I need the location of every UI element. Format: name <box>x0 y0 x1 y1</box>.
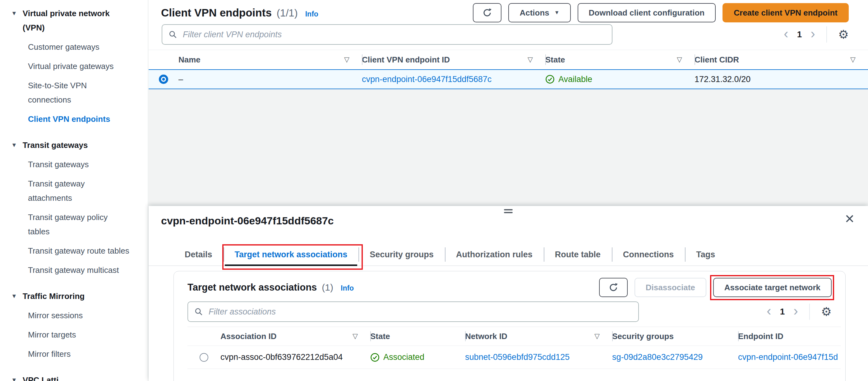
state-cell: Available <box>545 74 694 84</box>
associations-pagination: ‹ 1 › ⚙ <box>767 304 832 320</box>
sidebar-header-transit-gateways[interactable]: ▼ Transit gateways <box>11 138 129 152</box>
tab-authorization-rules[interactable]: Authorization rules <box>445 244 544 265</box>
column-header-endpoint-id[interactable]: Client VPN endpoint ID ▽ <box>362 50 545 69</box>
tab-connections[interactable]: Connections <box>612 244 685 265</box>
previous-page-icon[interactable]: ‹ <box>767 304 771 319</box>
list-title-wrap: Client VPN endpoints (1/1) Info <box>161 6 318 19</box>
tab-route-table[interactable]: Route table <box>544 244 612 265</box>
sidebar-header-traffic-mirroring[interactable]: ▼ Traffic Mirroring <box>11 289 129 303</box>
state-label: Available <box>558 74 592 84</box>
previous-page-icon[interactable]: ‹ <box>784 27 788 42</box>
create-label: Create client VPN endpoint <box>734 8 838 18</box>
sort-icon[interactable]: ▽ <box>344 56 349 64</box>
column-header-state[interactable]: State ▽ <box>545 50 694 69</box>
column-label: Association ID <box>220 331 277 341</box>
gear-icon[interactable]: ⚙ <box>838 29 849 40</box>
column-header-state[interactable]: State <box>370 327 465 346</box>
sort-icon[interactable]: ▽ <box>352 332 358 340</box>
list-actions: Actions ▼ Download client configuration … <box>473 3 849 22</box>
info-link[interactable]: Info <box>341 284 354 292</box>
tab-tags[interactable]: Tags <box>685 244 726 265</box>
network-id-link[interactable]: subnet-0596ebfd975cdd125 <box>465 352 569 362</box>
tab-target-network-associations[interactable]: Target network associations <box>223 244 359 265</box>
chevron-down-icon: ▼ <box>11 373 17 381</box>
endpoint-table-row[interactable]: – cvpn-endpoint-06e947f15ddf5687c Availa… <box>149 69 868 89</box>
column-header-client-cidr[interactable]: Client CIDR ▽ <box>694 50 868 69</box>
sidebar-item-transit-gateway-route-tables[interactable]: Transit gateway route tables <box>28 244 131 258</box>
sidebar-item-transit-gateway-policy-tables[interactable]: Transit gateway policy tables <box>28 210 131 239</box>
sidebar-item-customer-gateways[interactable]: Customer gateways <box>28 40 131 54</box>
associations-refresh-button[interactable] <box>599 278 628 297</box>
sidebar-header-vpc-lattice[interactable]: ▼ VPC Latti <box>11 373 129 381</box>
sort-icon[interactable]: ▽ <box>677 56 682 64</box>
sort-icon[interactable]: ▽ <box>850 56 856 64</box>
search-icon <box>168 30 177 39</box>
security-group-link[interactable]: sg-09d2a80e3c2795429 <box>612 352 703 362</box>
disassociate-button[interactable]: Disassociate <box>634 278 706 297</box>
endpoint-id-link[interactable]: cvpn-endpoint-06e947f15d <box>738 352 838 362</box>
column-header-name[interactable]: Name ▽ <box>179 50 362 69</box>
column-header-association-id[interactable]: Association ID ▽ <box>220 327 370 346</box>
next-page-icon[interactable]: › <box>794 304 798 319</box>
sort-icon[interactable]: ▽ <box>594 332 600 340</box>
refresh-icon <box>482 8 492 18</box>
search-icon <box>194 307 203 316</box>
sidebar-item-site-to-site-vpn-connections[interactable]: Site-to-Site VPN connections <box>28 78 131 107</box>
associate-target-network-button[interactable]: Associate target network <box>713 278 832 297</box>
close-icon[interactable]: × <box>845 211 854 227</box>
column-label: Endpoint ID <box>738 331 783 341</box>
panel-resize-handle[interactable] <box>504 209 513 215</box>
chevron-down-icon: ▼ <box>554 10 560 16</box>
create-client-vpn-endpoint-button[interactable]: Create client VPN endpoint <box>722 3 849 22</box>
info-link[interactable]: Info <box>305 10 318 18</box>
radio-selected[interactable] <box>159 74 168 84</box>
sidebar-header-label: VPC Latti <box>23 373 125 381</box>
sidebar-header-vpn[interactable]: ▼ Virtual private network (VPN) <box>11 6 129 35</box>
sidebar-group-vpn: ▼ Virtual private network (VPN) Customer… <box>11 6 148 126</box>
radio-column-header <box>149 50 179 69</box>
endpoint-filter-box <box>162 24 613 45</box>
page-number[interactable]: 1 <box>780 307 785 317</box>
sidebar-item-transit-gateway-attachments[interactable]: Transit gateway attachments <box>28 177 131 205</box>
row-radio-cell <box>149 74 179 84</box>
association-id-cell: cvpn-assoc-0bf639762212d5a04 <box>220 352 370 362</box>
next-page-icon[interactable]: › <box>810 27 815 42</box>
sidebar-item-mirror-sessions[interactable]: Mirror sessions <box>28 308 131 323</box>
association-table-row[interactable]: cvpn-assoc-0bf639762212d5a04 Associated … <box>187 346 841 369</box>
associations-title: Target network associations <box>187 282 317 293</box>
sidebar-group-vpc-lattice: ▼ VPC Latti <box>11 373 148 381</box>
chevron-down-icon: ▼ <box>11 289 17 303</box>
column-label: Security groups <box>612 331 674 341</box>
sidebar-item-transit-gateway-multicast[interactable]: Transit gateway multicast <box>28 263 131 277</box>
panel-title: cvpn-endpoint-06e947f15ddf5687c <box>161 215 868 227</box>
sidebar-header-label: Virtual private network (VPN) <box>23 6 125 35</box>
endpoint-id-link[interactable]: cvpn-endpoint-06e947f15ddf5687c <box>362 74 492 84</box>
list-pagination: ‹ 1 › ⚙ <box>784 26 849 42</box>
refresh-button[interactable] <box>473 3 501 22</box>
radio-unselected[interactable] <box>199 353 208 362</box>
associations-table: Association ID ▽ State Network ID ▽ Secu… <box>187 327 841 369</box>
sidebar-item-transit-gateways[interactable]: Transit gateways <box>28 157 131 171</box>
sidebar-item-mirror-targets[interactable]: Mirror targets <box>28 327 131 342</box>
page-number[interactable]: 1 <box>797 30 802 39</box>
column-header-network-id[interactable]: Network ID ▽ <box>465 327 612 346</box>
sidebar-item-mirror-filters[interactable]: Mirror filters <box>28 347 131 361</box>
tab-security-groups[interactable]: Security groups <box>359 244 445 265</box>
actions-dropdown-button[interactable]: Actions ▼ <box>508 3 570 22</box>
download-client-configuration-button[interactable]: Download client configuration <box>578 3 716 22</box>
sidebar-item-client-vpn-endpoints[interactable]: Client VPN endpoints <box>28 112 131 126</box>
endpoint-filter-input[interactable] <box>182 30 606 40</box>
column-header-security-groups[interactable]: Security groups <box>612 327 738 346</box>
vpc-console-page: ▼ Virtual private network (VPN) Customer… <box>0 0 868 381</box>
associations-filter-input[interactable] <box>208 307 632 317</box>
gear-icon[interactable]: ⚙ <box>821 306 832 318</box>
state-status: Associated <box>370 352 453 362</box>
column-header-endpoint-id[interactable]: Endpoint ID <box>738 327 841 346</box>
name-cell: – <box>179 74 362 84</box>
sidebar-item-virtual-private-gateways[interactable]: Virtual private gateways <box>28 59 131 73</box>
client-cidr-cell: 172.31.32.0/20 <box>694 74 868 84</box>
actions-label: Actions <box>520 8 549 18</box>
sort-icon[interactable]: ▽ <box>528 56 533 64</box>
tab-details[interactable]: Details <box>174 244 223 265</box>
associations-count: (1) <box>322 282 333 293</box>
